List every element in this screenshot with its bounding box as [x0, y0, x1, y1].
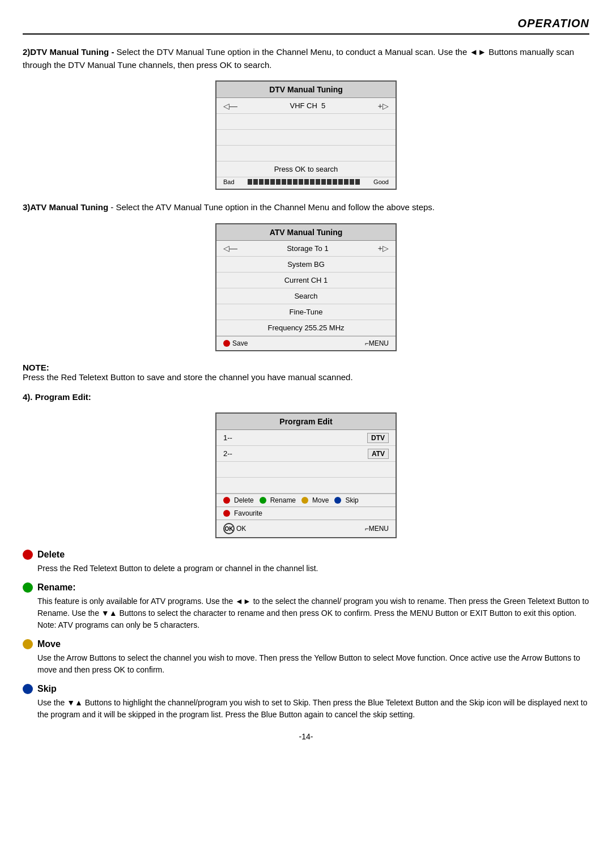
atv-nav-label: Storage To 1: [237, 244, 378, 253]
dtv-empty-row2: [216, 130, 396, 146]
green-circle-rename-icon: [23, 582, 33, 593]
feature-skip-body: Use the ▼▲ Buttons to highlight the chan…: [37, 697, 589, 721]
prog-menu-icon: ⌐: [365, 525, 369, 533]
note-section: NOTE: Press the Red Teletext Button to s…: [23, 363, 589, 382]
blue-circle-skip-icon: [23, 684, 33, 694]
signal-bar-10: [299, 179, 303, 185]
signal-bar-15: [327, 179, 332, 185]
prog-row-empty2: [216, 478, 396, 493]
dtv-arrow-right-icon: +▷: [378, 101, 389, 110]
red-circle-delete-icon: [23, 550, 33, 560]
feature-skip-section: Skip Use the ▼▲ Buttons to highlight the…: [23, 684, 589, 721]
red-circle-icon: [223, 340, 230, 347]
section3-heading: 3)ATV Manual Tuning: [23, 202, 108, 212]
prog-edit-title: Prorgram Edit: [216, 414, 396, 430]
atv-save-btn: Save: [223, 339, 248, 347]
dtv-empty-row1: [216, 114, 396, 130]
atv-menu-btn: ⌐ MENU: [365, 339, 389, 347]
feature-move-body: Use the Arrow Buttons to select the chan…: [37, 652, 589, 676]
btn-skip: Skip: [334, 496, 358, 504]
btn-rename: Rename: [260, 496, 296, 504]
prog-row-2: 2-- ATV: [216, 446, 396, 462]
red-dot-delete-icon: [223, 497, 230, 504]
prog-row-1: 1-- DTV: [216, 430, 396, 446]
page-header: OPERATION: [23, 17, 589, 35]
feature-delete-section: Delete Press the Red Teletext Button to …: [23, 550, 589, 575]
section4-heading: 4). Program Edit:: [23, 391, 589, 404]
dtv-signal-bars: [235, 179, 374, 185]
btn-move: Move: [301, 496, 329, 504]
atv-row-frequency: Frequency 255.25 MHz: [216, 320, 396, 336]
dtv-badge-1: DTV: [367, 433, 389, 443]
feature-delete-title-row: Delete: [23, 550, 589, 560]
prog-row-empty1: [216, 462, 396, 478]
page-title: OPERATION: [518, 17, 589, 29]
atv-row-currentCH: Current CH 1: [216, 273, 396, 288]
note-body: Press the Red Teletext Button to save an…: [23, 372, 589, 382]
feature-move-title-row: Move: [23, 639, 589, 649]
signal-bar-8: [287, 179, 292, 185]
feature-rename-section: Rename: This feature is only available f…: [23, 582, 589, 631]
signal-bar-16: [333, 179, 337, 185]
dtv-arrow-left-icon: ◁—: [223, 101, 237, 110]
atv-arrow-right-icon: +▷: [378, 244, 389, 253]
prog-ok-btn: OK OK: [223, 523, 246, 534]
menu-icon: ⌐: [365, 339, 369, 347]
prog-menu-btn: ⌐ MENU: [365, 525, 389, 533]
prog-edit-footer: OK OK ⌐ MENU: [216, 520, 396, 537]
signal-bar-2: [253, 179, 258, 185]
atv-arrow-left-icon: ◁—: [223, 244, 237, 253]
ok-circle-icon: OK: [223, 523, 235, 534]
note-title: NOTE:: [23, 363, 589, 372]
signal-bar-1: [248, 179, 252, 185]
feature-move-title: Move: [37, 639, 61, 649]
atv-badge-1: ATV: [368, 449, 389, 459]
feature-move-section: Move Use the Arrow Buttons to select the…: [23, 639, 589, 676]
atv-row-search: Search: [216, 288, 396, 304]
green-dot-rename-icon: [260, 497, 266, 504]
dtv-press-ok: Press OK to search: [216, 161, 396, 177]
feature-rename-title-row: Rename:: [23, 582, 589, 593]
signal-bar-6: [276, 179, 280, 185]
dtv-nav-label: VHF CH 5: [237, 101, 378, 110]
section2-text: 2)DTV Manual Tuning - Select the DTV Man…: [23, 46, 589, 71]
atv-nav-row: ◁— Storage To 1 +▷: [216, 241, 396, 257]
atv-dialog-footer: Save ⌐ MENU: [216, 336, 396, 350]
section3-body: - Select the ATV Manual Tune option in t…: [108, 202, 435, 212]
feature-skip-title: Skip: [37, 684, 57, 694]
signal-bar-7: [282, 179, 286, 185]
prog-edit-buttons-row: Delete Rename Move Skip: [216, 493, 396, 507]
signal-bar-14: [321, 179, 326, 185]
signal-bar-18: [344, 179, 348, 185]
dtv-nav-row: ◁— VHF CH 5 +▷: [216, 98, 396, 114]
btn-favourite: Favourite: [223, 509, 262, 517]
dtv-dialog-title: DTV Manual Tuning: [216, 82, 396, 98]
signal-bar-13: [316, 179, 320, 185]
feature-skip-title-row: Skip: [23, 684, 589, 694]
signal-bar-4: [265, 179, 269, 185]
section2-heading: 2)DTV Manual Tuning -: [23, 47, 114, 57]
signal-bar-12: [310, 179, 314, 185]
feature-rename-title: Rename:: [37, 582, 76, 593]
atv-row-finetune: Fine-Tune: [216, 304, 396, 320]
btn-delete: Delete: [223, 496, 254, 504]
signal-bar-9: [293, 179, 298, 185]
red-dot-favourite-icon: [223, 510, 230, 517]
atv-dialog-container: ATV Manual Tuning ◁— Storage To 1 +▷ Sys…: [23, 223, 589, 351]
prog-edit-dialog-container: Prorgram Edit 1-- DTV 2-- ATV Delete Ren…: [23, 412, 589, 538]
feature-rename-body: This feature is only available for ATV p…: [37, 595, 589, 631]
dtv-empty-row3: [216, 146, 396, 161]
yellow-circle-move-icon: [23, 639, 33, 649]
atv-dialog: ATV Manual Tuning ◁— Storage To 1 +▷ Sys…: [215, 223, 397, 351]
signal-bar-5: [270, 179, 275, 185]
signal-bar-11: [304, 179, 309, 185]
dtv-dialog-container: DTV Manual Tuning ◁— VHF CH 5 +▷ Press O…: [23, 80, 589, 190]
prog-edit-dialog: Prorgram Edit 1-- DTV 2-- ATV Delete Ren…: [215, 412, 397, 538]
page-number: -14-: [23, 732, 589, 741]
feature-delete-title: Delete: [37, 550, 65, 560]
signal-bar-19: [350, 179, 354, 185]
signal-bar-17: [338, 179, 343, 185]
signal-bar-20: [355, 179, 360, 185]
blue-dot-skip-icon: [334, 497, 341, 504]
dtv-signal-bar-container: Bad: [216, 177, 396, 189]
